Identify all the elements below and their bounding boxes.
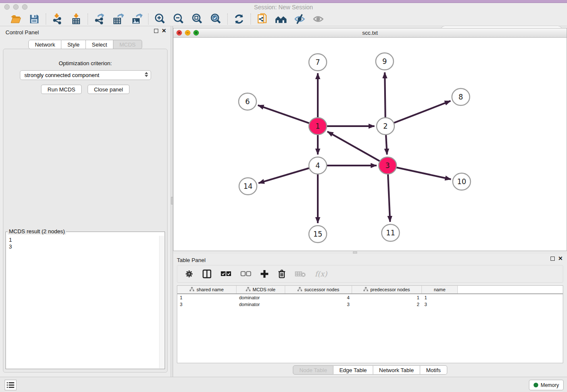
horizontal-splitter-handle[interactable] [353, 251, 357, 254]
control-panel-title: Control Panel [6, 29, 39, 36]
column-header-name[interactable]: name [422, 286, 458, 293]
edge-3-11[interactable] [388, 174, 390, 222]
edge-2-3[interactable] [386, 135, 387, 155]
cell-0-0: 1 [177, 295, 237, 300]
run-mcds-button[interactable]: Run MCDS [41, 85, 82, 94]
control-panel-tabs: Network Style Select MCDS [0, 40, 171, 49]
mcds-result-title: MCDS result (2 nodes) [8, 228, 66, 235]
column-header-shared-name[interactable]: shared name [177, 286, 237, 293]
open-session-icon[interactable] [10, 13, 22, 25]
result-scrollbar[interactable] [159, 236, 164, 368]
export-image-icon[interactable] [131, 13, 143, 25]
memory-button[interactable]: Memory [529, 380, 564, 390]
delete-columns-icon[interactable] [278, 269, 286, 279]
mcds-result-group: MCDS result (2 nodes) 1 3 [6, 232, 165, 369]
cell-0-4: 1 [422, 295, 458, 300]
import-network-icon[interactable] [52, 13, 63, 25]
apply-layout-icon[interactable] [233, 13, 245, 25]
tab-style[interactable]: Style [61, 40, 86, 49]
mcds-result-text[interactable]: 1 3 [6, 236, 164, 368]
zoom-out-icon[interactable] [173, 13, 184, 25]
table-row-1[interactable]: 3dominator323 [177, 301, 563, 308]
add-column-icon[interactable] [260, 270, 269, 278]
cell-1-1: dominator [237, 302, 285, 307]
optimization-criterion-value: strongly connected component [25, 72, 99, 78]
horizontal-splitter[interactable] [173, 251, 567, 254]
edge-3-10[interactable] [396, 167, 451, 179]
table-header-row: shared nameMCDS rolesuccessor nodesprede… [177, 286, 563, 294]
tab-node-table[interactable]: Node Table [293, 365, 333, 375]
deselect-all-rows-icon[interactable] [240, 271, 251, 277]
cell-1-2: 3 [285, 302, 352, 307]
show-all-icon[interactable] [312, 13, 324, 25]
control-panel: Control Panel ✕ Network Style Select MCD… [0, 26, 171, 377]
table-toolbar: f(x) [177, 265, 563, 283]
edge-1-6[interactable] [258, 105, 310, 123]
clone-network-icon[interactable] [256, 13, 268, 25]
memory-status-icon [534, 383, 538, 387]
show-columns-icon[interactable] [202, 269, 212, 279]
network-view-window: ✕ − + scc.txt 7968124314101511 [173, 28, 567, 251]
import-table-icon[interactable] [70, 13, 82, 25]
graph-node-label-3: 3 [385, 161, 390, 170]
network-canvas[interactable]: 7968124314101511 [173, 38, 567, 251]
edge-2-8[interactable] [394, 101, 451, 123]
export-table-icon[interactable] [112, 13, 124, 25]
edge-2-9[interactable] [385, 72, 385, 117]
close-panel-button[interactable]: Close panel [88, 85, 129, 94]
table-tabs: Node Table Edge Table Network Table Moti… [173, 365, 567, 375]
column-type-icon [297, 287, 302, 292]
cell-1-0: 3 [177, 302, 237, 307]
network-window-titlebar[interactable]: ✕ − + scc.txt [173, 28, 567, 38]
column-header-successor-nodes[interactable]: successor nodes [285, 286, 352, 293]
graph-node-label-10: 10 [457, 177, 466, 186]
column-header-MCDS-role[interactable]: MCDS role [237, 286, 285, 293]
tab-motifs[interactable]: Motifs [420, 365, 447, 375]
tab-mcds[interactable]: MCDS [113, 40, 142, 49]
optimization-criterion-select[interactable]: strongly connected component [20, 70, 151, 80]
main-toolbar [0, 12, 567, 26]
close-panel-icon[interactable]: ✕ [162, 29, 166, 33]
tab-network[interactable]: Network [28, 40, 61, 49]
status-bar: Memory [0, 377, 567, 392]
export-network-icon[interactable] [94, 13, 105, 25]
table-row-0[interactable]: 1dominator411 [177, 294, 563, 301]
table-options-icon[interactable] [185, 270, 193, 278]
task-history-button[interactable] [5, 380, 17, 390]
close-table-panel-icon[interactable]: ✕ [558, 257, 563, 261]
graph-node-label-8: 8 [459, 93, 463, 101]
zoom-in-icon[interactable] [154, 13, 166, 25]
network-graph[interactable]: 7968124314101511 [173, 38, 567, 251]
tab-edge-table[interactable]: Edge Table [333, 365, 373, 375]
column-header-predecessor-nodes[interactable]: predecessor nodes [352, 286, 422, 293]
tab-network-table[interactable]: Network Table [373, 365, 420, 375]
column-type-icon [246, 287, 250, 292]
zoom-fit-icon[interactable] [191, 13, 203, 25]
application-window: Session: New Session [0, 0, 567, 392]
first-neighbors-icon[interactable] [275, 13, 287, 25]
window-title: Session: New Session [0, 4, 567, 11]
zoom-selected-icon[interactable] [210, 13, 222, 25]
delete-table-icon[interactable] [295, 271, 306, 277]
cell-0-1: dominator [237, 295, 285, 300]
float-panel-icon[interactable] [154, 29, 158, 33]
table-body: 1dominator4113dominator323 [177, 294, 563, 308]
select-all-rows-icon[interactable] [220, 271, 231, 277]
edge-3-1[interactable] [328, 132, 380, 161]
tab-select[interactable]: Select [86, 40, 113, 49]
float-table-panel-icon[interactable] [550, 257, 555, 261]
mcds-pane: Optimization criterion: strongly connect… [3, 49, 168, 373]
hide-selected-icon[interactable] [294, 13, 306, 25]
apply-function-icon[interactable]: f(x) [315, 270, 327, 278]
graph-node-label-4: 4 [316, 161, 320, 170]
memory-label: Memory [541, 382, 559, 388]
save-session-icon[interactable] [28, 13, 40, 25]
edge-4-14[interactable] [259, 168, 309, 183]
cell-0-3: 1 [352, 295, 422, 300]
column-type-icon [190, 287, 194, 292]
column-type-icon [363, 287, 368, 292]
graph-node-label-7: 7 [316, 58, 320, 66]
node-table[interactable]: shared nameMCDS rolesuccessor nodesprede… [177, 285, 563, 363]
graph-node-label-15: 15 [313, 230, 322, 238]
cell-0-2: 4 [285, 295, 352, 300]
